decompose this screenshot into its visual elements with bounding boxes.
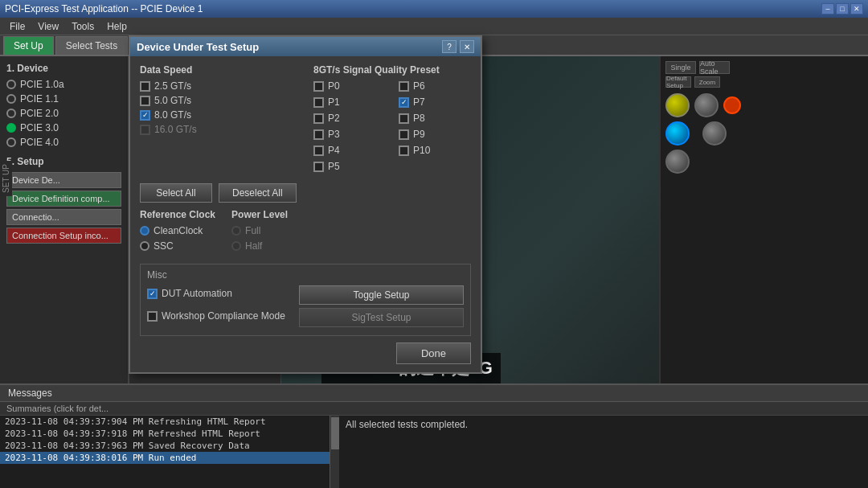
select-all-button[interactable]: Select All	[140, 183, 212, 203]
pcie-1a-option[interactable]: PCIE 1.0a	[6, 79, 121, 90]
p1-checkbox[interactable]	[313, 97, 324, 108]
p4-row[interactable]: P4	[313, 145, 386, 156]
pcie-20-radio[interactable]	[6, 109, 16, 118]
speed-2-5-checkbox[interactable]	[140, 81, 150, 92]
speed-2-5-row[interactable]: 2.5 GT/s	[140, 80, 297, 92]
summaries-label: Summaries (click for det...	[6, 404, 108, 413]
connection-setup-incomplete-button[interactable]: Connection Setup inco...	[6, 228, 121, 244]
p0-row[interactable]: P0	[313, 80, 386, 92]
osc-single-btn[interactable]: Single	[665, 61, 696, 74]
log-entry-2[interactable]: 2023-11-08 04:39:37:963 PM Saved Recover…	[0, 440, 330, 452]
p8-row[interactable]: P8	[399, 113, 471, 124]
osc-knob-2[interactable]	[694, 93, 719, 117]
p6-row[interactable]: P6	[399, 80, 471, 92]
half-power-radio[interactable]	[231, 241, 241, 251]
workshop-checkbox[interactable]	[147, 311, 158, 322]
dut-automation-check-row[interactable]: DUT Automation	[147, 288, 291, 299]
speed-8-0-checkbox[interactable]	[140, 110, 150, 121]
osc-knob-blue[interactable]	[665, 121, 690, 146]
speed-5-0-row[interactable]: 5.0 GT/s	[140, 95, 297, 106]
osc-knob-1[interactable]	[665, 93, 690, 117]
speed-5-0-checkbox[interactable]	[140, 96, 150, 106]
p7-checkbox[interactable]	[399, 97, 409, 108]
osc-knob-3[interactable]	[702, 121, 727, 146]
osc-default-setup-btn[interactable]: Default Setup	[665, 76, 691, 88]
osc-knob-4[interactable]	[665, 150, 690, 174]
messages-tab[interactable]: Messages	[0, 385, 868, 402]
p9-row[interactable]: P9	[399, 129, 471, 140]
bottom-panel: Messages Summaries (click for det... 202…	[0, 383, 868, 488]
p1-label: P1	[328, 96, 340, 108]
close-button[interactable]: ✕	[850, 3, 863, 14]
p3-checkbox[interactable]	[313, 129, 324, 140]
modal-close-button[interactable]: ✕	[460, 40, 474, 53]
log-entry-3[interactable]: 2023-11-08 04:39:38:016 PM Run ended	[0, 452, 330, 464]
p10-row[interactable]: P10	[399, 145, 471, 156]
pcie-30-radio[interactable]	[6, 123, 16, 133]
scrollbar-thumb[interactable]	[331, 417, 339, 449]
ssc-radio[interactable]	[140, 241, 149, 251]
dut-automation-checkbox[interactable]	[147, 289, 158, 299]
p1-row[interactable]: P1	[313, 96, 386, 108]
tab-setup[interactable]: Set Up	[3, 36, 54, 55]
p8-checkbox[interactable]	[399, 113, 409, 124]
device-definition-complete-button[interactable]: Device Definition comp...	[6, 191, 121, 207]
p2-label: P2	[328, 113, 340, 124]
title-bar: PCI-Express Test Application -- PCIE Dev…	[0, 0, 868, 18]
tab-select-tests[interactable]: Select Tests	[55, 36, 128, 55]
p0-checkbox[interactable]	[313, 81, 324, 92]
pcie-1a-radio[interactable]	[6, 80, 16, 89]
log-entry-1[interactable]: 2023-11-08 04:39:37:918 PM Refreshed HTM…	[0, 428, 330, 440]
p2-row[interactable]: P2	[313, 113, 386, 124]
menu-view[interactable]: View	[31, 19, 65, 34]
full-power-radio[interactable]	[231, 226, 241, 236]
summaries-bar[interactable]: Summaries (click for det...	[0, 402, 868, 416]
speed-16-0-row[interactable]: 16.0 GT/s	[140, 124, 297, 135]
pcie-40-option[interactable]: PCIE 4.0	[6, 137, 121, 148]
p6-label: P6	[413, 80, 425, 92]
cleanclock-radio[interactable]	[140, 226, 149, 236]
p3-row[interactable]: P3	[313, 129, 386, 140]
setup-section-label: 5. Setup	[6, 156, 121, 167]
menu-help[interactable]: Help	[100, 19, 133, 34]
p4-checkbox[interactable]	[313, 146, 324, 156]
p10-checkbox[interactable]	[399, 146, 409, 156]
pcie-40-radio[interactable]	[6, 137, 16, 147]
menu-tools[interactable]: Tools	[65, 19, 100, 34]
speed-8-0-row[interactable]: 8.0 GT/s	[140, 109, 297, 121]
connection-button[interactable]: Connectio...	[6, 209, 121, 225]
pcie-11-radio[interactable]	[6, 94, 16, 104]
log-scrollbar[interactable]	[330, 416, 339, 488]
log-entry-0[interactable]: 2023-11-08 04:39:37:904 PM Refreshing HT…	[0, 416, 330, 428]
maximize-button[interactable]: □	[836, 3, 849, 14]
speed-5-0-label: 5.0 GT/s	[154, 95, 191, 106]
full-power-row[interactable]: Full	[231, 225, 288, 236]
minimize-button[interactable]: –	[821, 3, 834, 14]
pcie-30-option[interactable]: PCIE 3.0	[6, 122, 121, 133]
menu-file[interactable]: File	[3, 19, 31, 34]
modal-help-button[interactable]: ?	[442, 40, 457, 53]
ssc-row[interactable]: SSC	[140, 240, 215, 252]
p7-row[interactable]: P7	[399, 96, 471, 108]
cleanclock-label: CleanClock	[154, 225, 203, 236]
p6-checkbox[interactable]	[399, 81, 409, 92]
pcie-11-option[interactable]: PCIE 1.1	[6, 93, 121, 105]
p2-checkbox[interactable]	[313, 113, 324, 124]
pcie-20-option[interactable]: PCIE 2.0	[6, 108, 121, 119]
osc-zoom-btn[interactable]: Zoom	[694, 76, 720, 88]
workshop-check-row[interactable]: Workshop Compliance Mode	[147, 310, 291, 322]
device-def-button[interactable]: Device De...	[6, 172, 121, 188]
speed-16-0-checkbox[interactable]	[140, 125, 150, 135]
p5-checkbox[interactable]	[313, 162, 324, 172]
deselect-all-button[interactable]: Deselect All	[219, 183, 297, 203]
sigtest-setup-button[interactable]: SigTest Setup	[299, 308, 464, 327]
p5-row[interactable]: P5	[313, 161, 386, 172]
osc-red-btn[interactable]	[723, 96, 741, 114]
pcie-1a-label: PCIE 1.0a	[20, 79, 64, 90]
half-power-row[interactable]: Half	[231, 240, 288, 252]
cleanclock-row[interactable]: CleanClock	[140, 225, 215, 236]
done-button[interactable]: Done	[396, 342, 471, 364]
osc-auto-scale-btn[interactable]: Auto Scale	[699, 61, 730, 74]
toggle-setup-button[interactable]: Toggle Setup	[299, 285, 464, 305]
p9-checkbox[interactable]	[399, 129, 409, 140]
